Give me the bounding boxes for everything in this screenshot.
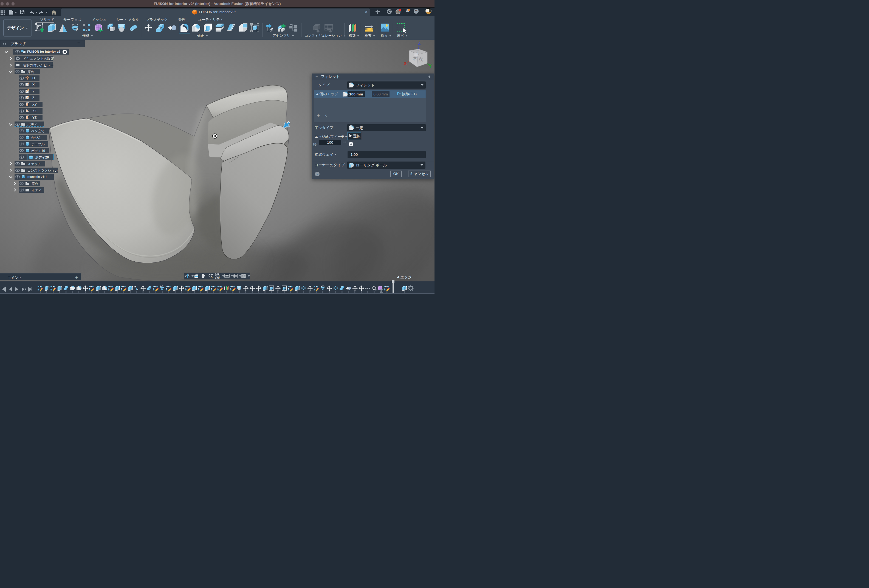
svg-text:上: 上 (415, 50, 419, 54)
svg-text:Y: Y (429, 64, 432, 68)
svg-text:後: 後 (419, 57, 424, 62)
svg-text:?: ? (415, 9, 417, 13)
svg-text:右: 右 (412, 56, 417, 61)
svg-text:Z: Z (418, 41, 421, 46)
svg-text:X: X (404, 61, 407, 66)
